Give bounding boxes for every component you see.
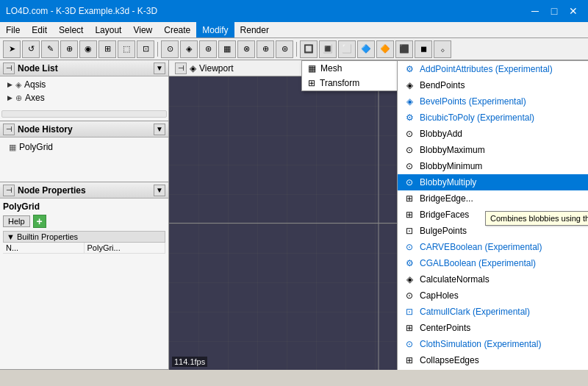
toolbar-btn-19[interactable]: 🔷	[357, 40, 375, 58]
builtin-title: ▼ Builtin Properties	[7, 232, 78, 241]
toolbar-btn-14[interactable]: ⊕	[257, 40, 274, 58]
viewport-header: ⊣ ◈ Viewport	[169, 60, 588, 76]
viewport-title: Viewport	[199, 63, 233, 74]
menu-modify[interactable]: Modify	[196, 22, 234, 37]
node-props-content: PolyGrid Help + ▼ Builtin Properties N..…	[0, 199, 168, 370]
menu-layout[interactable]: Layout	[89, 22, 127, 37]
close-button[interactable]: ✕	[564, 2, 582, 20]
props-col2: PolyGri...	[85, 243, 166, 253]
toolbar-btn-17[interactable]: 🔳	[319, 40, 337, 58]
menu-view[interactable]: View	[127, 22, 158, 37]
props-col1: N...	[3, 243, 85, 253]
toolbar-btn-12[interactable]: ▦	[218, 40, 236, 58]
node-history-title: Node History	[18, 124, 73, 135]
node-list-pin[interactable]: ⊣	[3, 62, 15, 74]
builtin-header: ▼ Builtin Properties	[3, 231, 165, 243]
toolbar-btn-10[interactable]: ◈	[180, 40, 198, 58]
props-table-row: N... PolyGri...	[3, 243, 165, 254]
toolbar-btn-21[interactable]: ⬛	[395, 40, 413, 58]
main-area: ⊣ Node List ▼ ▶ ◈ Aqsis ▶ ⊕ Axes	[0, 60, 588, 370]
toolbar-btn-22[interactable]: ◼	[415, 40, 432, 58]
left-panel: ⊣ Node List ▼ ▶ ◈ Aqsis ▶ ⊕ Axes	[0, 60, 169, 370]
menu-edit[interactable]: Edit	[26, 22, 53, 37]
node-history-content: ▦ PolyGrid	[0, 137, 168, 182]
toolbar-btn-8[interactable]: ⊡	[137, 40, 154, 58]
node-history-pin[interactable]: ⊣	[3, 124, 15, 135]
fps-display: 114.1fps	[172, 357, 207, 367]
toolbar-btn-2[interactable]: ↺	[22, 40, 40, 58]
toolbar: ➤ ↺ ✎ ⊕ ◉ ⊞ ⬚ ⊡ ⊙ ◈ ⊛ ▦ ⊗ ⊕ ⊚ 🔲 🔳 ⬜ 🔷 🔶 …	[0, 38, 588, 60]
toolbar-btn-3[interactable]: ✎	[41, 40, 59, 58]
toolbar-btn-9[interactable]: ⊙	[161, 40, 179, 58]
menu-render[interactable]: Render	[234, 22, 275, 37]
node-props-header: ⊣ Node Properties ▼	[0, 182, 168, 199]
toolbar-btn-11[interactable]: ⊛	[199, 40, 217, 58]
node-props-expand[interactable]: ▼	[154, 185, 165, 196]
toolbar-sep-2	[296, 42, 297, 57]
node-props-section: ⊣ Node Properties ▼ PolyGrid Help + ▼ Bu…	[0, 182, 168, 370]
toolbar-btn-1[interactable]: ➤	[3, 40, 21, 58]
menu-create[interactable]: Create	[158, 22, 196, 37]
toolbar-btn-16[interactable]: 🔲	[300, 40, 318, 58]
toolbar-btn-13[interactable]: ⊗	[237, 40, 255, 58]
node-props-pin[interactable]: ⊣	[3, 185, 15, 196]
toolbar-btn-15[interactable]: ⊚	[276, 40, 293, 58]
window-controls: ─ □ ✕	[526, 2, 582, 20]
node-list-expand[interactable]: ▼	[154, 62, 165, 74]
list-item-aqsis[interactable]: ▶ ◈ Aqsis	[1, 78, 167, 91]
viewport-icon: ◈	[190, 63, 196, 74]
node-list-section: ⊣ Node List ▼ ▶ ◈ Aqsis ▶ ⊕ Axes	[0, 60, 168, 121]
toolbar-sep-1	[157, 42, 158, 57]
node-list-header: ⊣ Node List ▼	[0, 60, 168, 76]
menu-file[interactable]: File	[0, 22, 26, 37]
node-list-scrollbar[interactable]	[1, 110, 167, 118]
minimize-button[interactable]: ─	[526, 2, 544, 20]
builtin-props: ▼ Builtin Properties N... PolyGri...	[3, 231, 165, 254]
node-props-title: Node Properties	[18, 185, 86, 196]
title-bar: LO4D.com - K-3D Example.k3d - K-3D ─ □ ✕	[0, 0, 588, 22]
list-item-polygrid[interactable]: ▦ PolyGrid	[3, 140, 165, 154]
toolbar-btn-6[interactable]: ⊞	[98, 40, 116, 58]
window-title: LO4D.com - K-3D Example.k3d - K-3D	[6, 6, 157, 16]
list-item-axes[interactable]: ▶ ⊕ Axes	[1, 91, 167, 104]
toolbar-btn-23[interactable]: ⬦	[434, 40, 451, 58]
node-history-expand[interactable]: ▼	[154, 124, 165, 135]
node-list-title: Node List	[18, 63, 58, 74]
toolbar-btn-5[interactable]: ◉	[79, 40, 97, 58]
viewport-canvas[interactable]: 114.1fps	[169, 76, 588, 370]
menu-select[interactable]: Select	[53, 22, 89, 37]
toolbar-btn-7[interactable]: ⬚	[118, 40, 135, 58]
toolbar-btn-20[interactable]: 🔶	[376, 40, 394, 58]
node-history-header: ⊣ Node History ▼	[0, 121, 168, 137]
node-history-section: ⊣ Node History ▼ ▦ PolyGrid	[0, 121, 168, 182]
props-help-row: Help +	[3, 215, 165, 228]
add-property-button[interactable]: +	[33, 215, 46, 228]
props-name: PolyGrid	[3, 201, 165, 212]
node-list-content: ▶ ◈ Aqsis ▶ ⊕ Axes	[0, 76, 168, 121]
viewport-area: ⊣ ◈ Viewport 114.1fps	[169, 60, 588, 370]
viewport-grid	[169, 76, 588, 370]
maximize-button[interactable]: □	[545, 2, 563, 20]
help-button[interactable]: Help	[3, 215, 30, 227]
menu-bar: File Edit Select Layout View Create Modi…	[0, 22, 588, 38]
viewport-pin[interactable]: ⊣	[175, 62, 187, 74]
toolbar-btn-4[interactable]: ⊕	[60, 40, 78, 58]
toolbar-btn-18[interactable]: ⬜	[338, 40, 356, 58]
